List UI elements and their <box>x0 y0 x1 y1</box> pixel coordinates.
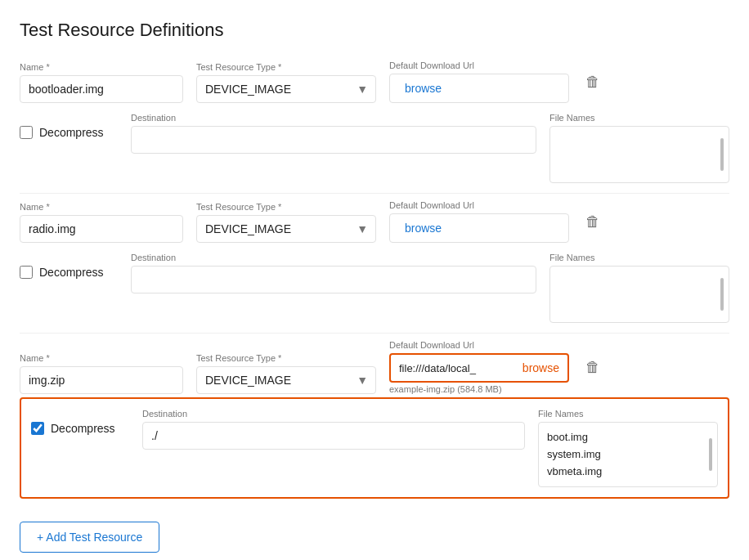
filenames-scroll-indicator-1 <box>720 278 724 311</box>
url-group-2: Default Download Urlfile:///data/local_b… <box>389 340 569 394</box>
name-group-2: Name * <box>20 353 183 394</box>
browse-link-2[interactable]: browse <box>523 361 559 374</box>
type-group-2: Test Resource Type *DEVICE_IMAGEDEVICE_S… <box>196 353 376 394</box>
name-group-0: Name * <box>20 62 183 103</box>
resource-block-1: Name *Test Resource Type *DEVICE_IMAGEDE… <box>20 200 729 334</box>
filenames-area-2: boot.imgsystem.imgvbmeta.img <box>538 422 718 487</box>
filenames-area-0 <box>549 126 729 183</box>
decompress-checkbox-0[interactable] <box>20 126 33 139</box>
url-field-inner-0: browse <box>389 74 569 103</box>
url-label-1: Default Download Url <box>389 200 569 210</box>
destination-input-2[interactable] <box>142 422 525 450</box>
delete-button-2[interactable]: 🗑 <box>582 356 603 379</box>
url-field-inner-1: browse <box>389 213 569 243</box>
destination-input-1[interactable] <box>131 266 536 293</box>
decompress-check-group-0: Decompress <box>20 113 118 139</box>
destination-label-2: Destination <box>142 409 525 419</box>
page-title: Test Resource Definitions <box>20 20 729 41</box>
decompress-check-group-2: Decompress <box>31 409 129 435</box>
type-group-0: Test Resource Type *DEVICE_IMAGEDEVICE_S… <box>196 62 376 103</box>
url-subtext-2: example-img.zip (584.8 MB) <box>389 384 569 394</box>
delete-button-0[interactable]: 🗑 <box>582 70 603 94</box>
add-test-resource-button[interactable]: + Add Test Resource <box>20 522 159 553</box>
name-label-1: Name * <box>20 202 183 212</box>
browse-link-0[interactable]: browse <box>405 82 442 95</box>
type-group-1: Test Resource Type *DEVICE_IMAGEDEVICE_S… <box>196 202 376 243</box>
name-label-2: Name * <box>20 353 183 363</box>
type-label-0: Test Resource Type * <box>196 62 376 72</box>
filenames-label-0: File Names <box>549 113 729 123</box>
filenames-scroll-indicator-2 <box>709 438 712 471</box>
decompress-row-0: DecompressDestinationFile Names <box>20 106 729 194</box>
destination-group-2: Destination <box>142 409 525 450</box>
destination-label-0: Destination <box>131 113 536 123</box>
name-group-1: Name * <box>20 202 183 243</box>
type-select-2[interactable]: DEVICE_IMAGEDEVICE_SCRIPTCOMPANION_APP <box>196 366 376 394</box>
decompress-label-1: Decompress <box>39 266 104 279</box>
destination-input-0[interactable] <box>131 126 536 154</box>
url-group-1: Default Download Urlbrowse <box>389 200 569 243</box>
destination-group-1: Destination <box>131 253 536 293</box>
url-field-inner-2: file:///data/local_browse <box>389 353 569 383</box>
decompress-label-0: Decompress <box>39 126 104 139</box>
filenames-label-2: File Names <box>538 409 718 419</box>
resource-block-0: Name *Test Resource Type *DEVICE_IMAGEDE… <box>20 60 729 194</box>
filenames-area-1 <box>549 266 729 323</box>
filenames-group-2: File Namesboot.imgsystem.imgvbmeta.img <box>538 409 718 487</box>
filenames-label-1: File Names <box>549 253 729 262</box>
destination-label-1: Destination <box>131 253 536 262</box>
filenames-scroll-indicator-0 <box>720 138 724 171</box>
delete-button-1[interactable]: 🗑 <box>582 210 603 234</box>
url-text-2: file:///data/local_ <box>399 362 516 374</box>
type-select-0[interactable]: DEVICE_IMAGEDEVICE_SCRIPTCOMPANION_APP <box>196 75 376 103</box>
decompress-label-2: Decompress <box>51 422 115 435</box>
url-label-0: Default Download Url <box>389 60 569 70</box>
filenames-group-1: File Names <box>549 253 729 323</box>
url-group-0: Default Download Urlbrowse <box>389 60 569 103</box>
name-input-1[interactable] <box>20 215 183 243</box>
name-input-2[interactable] <box>20 366 183 394</box>
decompress-row-2: DecompressDestinationFile Namesboot.imgs… <box>20 397 729 499</box>
resource-row-0: Name *Test Resource Type *DEVICE_IMAGEDE… <box>20 60 729 103</box>
resource-row-2: Name *Test Resource Type *DEVICE_IMAGEDE… <box>20 340 729 394</box>
decompress-row-1: DecompressDestinationFile Names <box>20 246 729 334</box>
type-select-1[interactable]: DEVICE_IMAGEDEVICE_SCRIPTCOMPANION_APP <box>196 215 376 243</box>
browse-link-1[interactable]: browse <box>405 222 442 235</box>
name-input-0[interactable] <box>20 75 183 103</box>
url-label-2: Default Download Url <box>389 340 569 350</box>
decompress-check-group-1: Decompress <box>20 253 118 279</box>
resource-row-1: Name *Test Resource Type *DEVICE_IMAGEDE… <box>20 200 729 243</box>
decompress-checkbox-2[interactable] <box>31 422 44 435</box>
type-label-1: Test Resource Type * <box>196 202 376 212</box>
name-label-0: Name * <box>20 62 183 72</box>
resource-block-2: Name *Test Resource Type *DEVICE_IMAGEDE… <box>20 340 729 499</box>
type-label-2: Test Resource Type * <box>196 353 376 363</box>
decompress-checkbox-1[interactable] <box>20 266 33 279</box>
destination-group-0: Destination <box>131 113 536 154</box>
filenames-group-0: File Names <box>549 113 729 183</box>
resources-container: Name *Test Resource Type *DEVICE_IMAGEDE… <box>20 60 729 499</box>
